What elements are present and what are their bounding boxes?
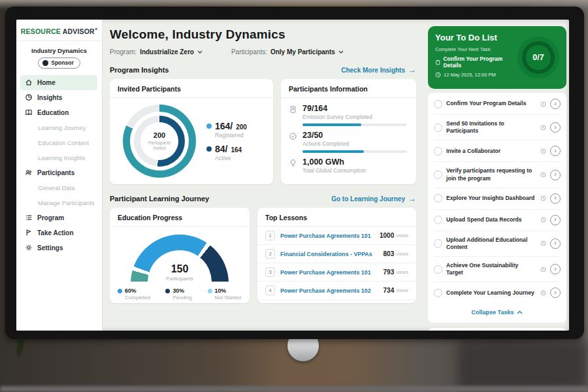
lesson-link[interactable]: Power Purchase Agreements 102 (280, 287, 384, 294)
sidebar-item-home[interactable]: Home (20, 75, 97, 90)
todo-subtitle: Complete Your Next Task: (435, 46, 517, 52)
lesson-rank: 1 (265, 231, 275, 240)
program-insights-header: Program Insights Check More Insights → (110, 65, 416, 74)
clock-icon (540, 267, 546, 272)
task-checkbox[interactable] (434, 289, 442, 297)
task-row-complete-learning-journey[interactable]: Complete Your Learning Journey › (434, 282, 561, 303)
gauge-center-label: Participants (131, 276, 229, 282)
lesson-rank: 3 (265, 267, 275, 277)
info-row-consumption: 1,000 GWh Total Global Consumption (289, 157, 407, 174)
lightbulb-icon (289, 159, 297, 174)
task-row-explore-insights[interactable]: Explore Your Insights Dashboard › (434, 188, 561, 210)
legend-pending: 30% Pending (165, 287, 191, 301)
registered-value: 164/ (215, 121, 233, 131)
task-label: Upload Spend Data Records (446, 216, 536, 223)
todo-panel: Your To Do List Complete Your Next Task:… (424, 20, 569, 331)
task-row-upload-spend-data[interactable]: Upload Spend Data Records › (434, 210, 561, 231)
org-name: Industry Dynamics (16, 47, 102, 54)
lesson-views: 793 (384, 269, 395, 276)
sidebar-item-insights[interactable]: Insights (25, 90, 102, 105)
todo-due: 12 May 2025, 12:00 PM (435, 72, 517, 78)
todo-due-label: 12 May 2025, 12:00 PM (444, 72, 496, 78)
check-more-insights-link[interactable]: Check More Insights → (341, 65, 416, 74)
sidebar-item-education[interactable]: Education (25, 105, 102, 120)
task-row-achieve-target[interactable]: Achieve One Sustainability Target › (434, 257, 561, 282)
lesson-rank: 2 (265, 249, 275, 259)
sidebar-item-education-content[interactable]: Education Content (25, 135, 102, 150)
sidebar-item-manage-participants[interactable]: Manage Participants (25, 195, 102, 210)
chevron-right-icon[interactable]: › (550, 193, 561, 204)
photo-scene: RESOURCE ADVISOR+ Industry Dynamics Spon… (0, 0, 588, 392)
sidebar-item-learning-journey[interactable]: Learning Journey (25, 120, 102, 135)
recent-news-card: Recent News (428, 328, 566, 331)
task-checkbox[interactable] (434, 239, 442, 248)
emission-survey-progressbar (302, 123, 407, 126)
task-checkbox[interactable] (434, 123, 442, 132)
sidebar-item-label: Take Action (37, 229, 74, 237)
task-checkbox[interactable] (434, 216, 442, 224)
participants-filter[interactable]: Participants: Only My Participants (231, 48, 344, 56)
registered-label: Registered (215, 132, 247, 139)
active-total: 164 (231, 146, 242, 154)
chevron-right-icon[interactable]: › (550, 146, 561, 156)
task-label: Explore Your Insights Dashboard (446, 195, 536, 202)
lesson-link[interactable]: Power Purchase Agreements 101 (280, 269, 384, 276)
invited-participants-card: Invited Participants 200 Participants In… (110, 79, 273, 184)
learning-journey-title: Participant Learning Journey (110, 195, 209, 203)
sidebar-item-settings[interactable]: Settings (25, 240, 102, 255)
task-checkbox[interactable] (434, 100, 442, 108)
lesson-link[interactable]: Financial Considerations - VPPAs (280, 251, 384, 257)
emission-survey-progress-fill (302, 123, 361, 126)
clock-icon (435, 72, 441, 78)
todo-next-task[interactable]: Confirm Your Program Details (435, 56, 517, 69)
go-to-learning-journey-link[interactable]: Go to Learning Journey → (331, 194, 416, 203)
completed-label: Completed (125, 295, 150, 301)
chevron-right-icon[interactable]: › (550, 264, 561, 274)
sidebar-item-label: Home (37, 79, 56, 86)
chevron-right-icon[interactable]: › (550, 170, 561, 180)
registered-dot (206, 123, 212, 129)
task-label: Verify participants requesting to join t… (446, 167, 536, 182)
sidebar-item-general-data[interactable]: General Data (25, 180, 102, 195)
legend-completed: 60% Completed (118, 287, 150, 301)
chevron-right-icon[interactable]: › (550, 215, 561, 225)
task-label: Complete Your Learning Journey (446, 289, 536, 297)
sidebar-item-learning-insights[interactable]: Learning Insights (25, 150, 102, 165)
program-filter-value: Industrialize Zero (140, 48, 194, 56)
book-icon (25, 108, 33, 116)
legend-registered: 164/200 Registered (206, 121, 247, 139)
task-label: Upload Additional Educational Content (446, 237, 536, 251)
actions-completed-label: Actions Completed (302, 140, 407, 147)
todo-progress-value: 0/7 (532, 53, 544, 62)
task-row-upload-educational-content[interactable]: Upload Additional Educational Content › (434, 231, 561, 257)
chevron-right-icon[interactable]: › (550, 238, 561, 249)
sidebar-item-take-action[interactable]: Take Action (25, 225, 102, 240)
todo-list-card: Confirm Your Program Details › Send 50 I… (428, 93, 566, 323)
todo-hero-left: Your To Do List Complete Your Next Task:… (435, 33, 517, 82)
lesson-link[interactable]: Power Purchase Agreements 101 (280, 233, 380, 239)
program-filter-label: Program: (110, 48, 137, 56)
registered-total: 200 (236, 123, 247, 131)
task-row-confirm-program[interactable]: Confirm Your Program Details › (434, 93, 561, 115)
program-filter[interactable]: Program: Industrialize Zero (110, 48, 203, 56)
chevron-right-icon[interactable]: › (550, 122, 561, 133)
chevron-right-icon[interactable]: › (550, 99, 561, 109)
task-row-invite-collaborator[interactable]: Invite a Collaborator › (434, 140, 561, 162)
sidebar-item-label: Program (37, 214, 64, 221)
todo-title: Your To Do List (435, 33, 517, 42)
not-started-dot (208, 289, 212, 293)
task-checkbox[interactable] (434, 171, 442, 179)
task-checkbox[interactable] (434, 265, 442, 274)
collapse-tasks-link[interactable]: Collapse Tasks (434, 303, 561, 322)
lesson-row: 4 Power Purchase Agreements 102 734 view… (257, 282, 416, 300)
task-row-verify-participants[interactable]: Verify participants requesting to join t… (434, 162, 561, 188)
task-checkbox[interactable] (434, 194, 442, 203)
learning-journey-header: Participant Learning Journey Go to Learn… (110, 194, 416, 203)
chevron-right-icon[interactable]: › (550, 287, 561, 298)
task-checkbox[interactable] (434, 147, 442, 155)
lesson-views: 1000 (380, 232, 394, 239)
sidebar-item-participants[interactable]: Participants (25, 165, 102, 180)
sidebar-nav: Home Insights Education Learning Journey… (16, 75, 102, 255)
task-row-send-invitations[interactable]: Send 50 Invitations to Participants › (434, 115, 561, 140)
sidebar-item-program[interactable]: Program (25, 210, 102, 225)
